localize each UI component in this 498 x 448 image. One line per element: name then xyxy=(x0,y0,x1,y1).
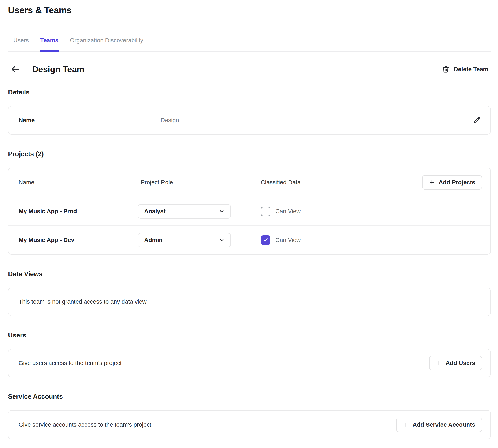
chevron-down-icon xyxy=(219,208,225,214)
users-heading: Users xyxy=(8,332,491,339)
delete-team-label: Delete Team xyxy=(454,66,488,73)
data-views-empty-text: This team is not granted access to any d… xyxy=(19,298,482,305)
page-title: Users & Teams xyxy=(8,5,491,16)
column-header-name: Name xyxy=(19,179,138,186)
service-accounts-description: Give service accounts access to the team… xyxy=(19,421,396,428)
name-label: Name xyxy=(19,117,161,124)
details-heading: Details xyxy=(8,89,491,96)
details-card: Name Design xyxy=(8,106,491,135)
team-header: Design Team Delete Team xyxy=(8,64,491,75)
project-name: My Music App - Prod xyxy=(19,208,138,215)
tab-organization-discoverability[interactable]: Organization Discoverability xyxy=(70,37,143,51)
users-teams-page: Users & Teams Users Teams Organization D… xyxy=(0,0,498,439)
plus-icon xyxy=(436,360,442,366)
column-header-classified-data: Classified Data xyxy=(261,179,422,186)
projects-heading: Projects (2) xyxy=(8,150,491,158)
project-role-value: Admin xyxy=(144,237,162,243)
name-value: Design xyxy=(161,117,473,124)
project-row: My Music App - Prod Analyst Can View xyxy=(8,197,490,225)
column-header-project-role: Project Role xyxy=(138,179,261,186)
check-icon xyxy=(262,237,269,243)
data-views-heading: Data Views xyxy=(8,270,491,278)
project-role-select[interactable]: Analyst xyxy=(138,204,231,219)
arrow-left-icon xyxy=(10,64,20,74)
project-row: My Music App - Dev Admin xyxy=(8,225,490,254)
add-projects-label: Add Projects xyxy=(439,179,475,186)
service-accounts-card: Give service accounts access to the team… xyxy=(8,410,491,439)
tab-teams[interactable]: Teams xyxy=(40,37,59,51)
project-name: My Music App - Dev xyxy=(19,237,138,243)
edit-name-button[interactable] xyxy=(473,116,481,124)
can-view-label: Can View xyxy=(275,237,301,243)
back-button[interactable] xyxy=(10,64,21,75)
plus-icon xyxy=(403,422,409,428)
trash-icon xyxy=(442,65,450,73)
tab-bar: Users Teams Organization Discoverability xyxy=(8,37,491,52)
plus-icon xyxy=(429,179,435,185)
users-description: Give users access to the team's project xyxy=(19,360,429,367)
add-service-accounts-label: Add Service Accounts xyxy=(413,421,475,428)
add-users-button[interactable]: Add Users xyxy=(429,356,482,370)
delete-team-button[interactable]: Delete Team xyxy=(442,65,491,73)
pencil-icon xyxy=(473,116,481,124)
add-service-accounts-button[interactable]: Add Service Accounts xyxy=(396,417,482,432)
data-views-card: This team is not granted access to any d… xyxy=(8,288,491,316)
tab-users[interactable]: Users xyxy=(13,37,29,51)
projects-card: Name Project Role Classified Data Add Pr… xyxy=(8,168,491,255)
can-view-checkbox[interactable] xyxy=(261,235,270,245)
users-card: Give users access to the team's project … xyxy=(8,349,491,377)
chevron-down-icon xyxy=(219,237,225,243)
project-role-value: Analyst xyxy=(144,208,165,215)
can-view-label: Can View xyxy=(275,208,301,215)
service-accounts-heading: Service Accounts xyxy=(8,393,491,400)
add-projects-button[interactable]: Add Projects xyxy=(422,175,482,190)
can-view-checkbox[interactable] xyxy=(261,207,270,216)
add-users-label: Add Users xyxy=(446,360,475,367)
project-role-select[interactable]: Admin xyxy=(138,233,231,247)
team-title: Design Team xyxy=(32,64,84,74)
projects-table-header: Name Project Role Classified Data Add Pr… xyxy=(8,168,490,197)
